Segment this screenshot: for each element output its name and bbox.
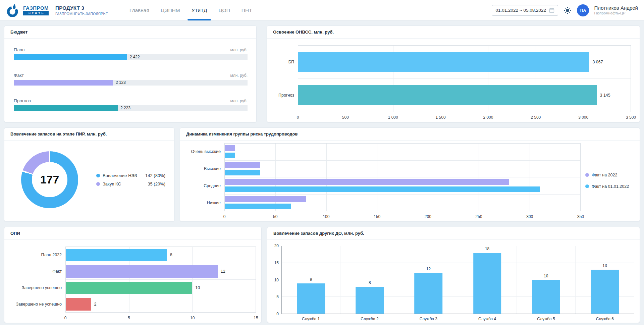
panel-opi-title: ОПИ	[4, 227, 261, 240]
bar	[66, 282, 192, 294]
budget-bar	[14, 80, 113, 86]
chart-band: 2	[66, 296, 256, 312]
bar	[532, 280, 560, 314]
budget-unit-label: млн. руб.	[230, 73, 248, 78]
dashboard-row-3: ОПИ План 2022ФактЗавершено успешноЗаверш…	[4, 227, 640, 323]
budget-bar-track: 2 422	[14, 54, 248, 60]
user-avatar[interactable]: ПА	[577, 4, 589, 16]
axis-tick-label: 15	[274, 261, 279, 265]
x-axis: 051015	[65, 313, 256, 323]
chart-main: 9812181013Служба 1Служба 2Служба 3Служба…	[281, 246, 634, 323]
y-axis-labels: 05101520	[271, 246, 281, 314]
dashboard-row-2: Вовлечение запасов на этапе ПИР, млн. ру…	[4, 127, 640, 222]
axis-tick-label: 350	[577, 214, 584, 219]
panel-pir-title: Вовлечение запасов на этапе ПИР, млн. ру…	[4, 128, 174, 141]
bar	[66, 265, 218, 278]
axis-tick-label: 3 500	[626, 115, 636, 120]
user-info[interactable]: Плотников Андрей Газпромнефть-ЦР	[594, 5, 638, 15]
chart-band: 9	[282, 246, 340, 314]
legend-item: Вовлечение НЭЗ142 (80%)	[96, 173, 165, 178]
category-label: Прогноз	[267, 79, 298, 112]
legend-item: Факт на 01.01.2022	[585, 184, 636, 189]
bar	[591, 270, 619, 314]
axis-tick-label: 15	[254, 316, 258, 320]
bar-value-label: 2	[94, 302, 96, 307]
bar	[66, 249, 167, 261]
theme-toggle[interactable]	[563, 6, 572, 15]
budget-bar	[14, 105, 118, 111]
nav-item-pnt[interactable]: ПНТ	[241, 0, 252, 20]
nav-item-glavnaya[interactable]: Главная	[129, 0, 149, 20]
risk-chart: Очень высокиеВысокиеСредниеНизкие0501001…	[180, 141, 640, 221]
date-range-picker[interactable]: 01.01.2022 ~ 05.08.2022	[492, 5, 558, 16]
budget-row-label: Прогноз	[14, 98, 31, 103]
legend-dot-icon	[585, 184, 589, 188]
category-label: Высокие	[180, 160, 224, 177]
panel-pir: Вовлечение запасов на этапе ПИР, млн. ру…	[4, 127, 174, 222]
category-label: Завершено успешно	[4, 280, 65, 296]
budget-bar	[14, 54, 127, 60]
donut-total-value: 177	[40, 173, 59, 186]
plot-area: 9812181013	[281, 246, 634, 314]
chart-main: 812102051015	[65, 247, 256, 323]
chart-band: 12	[66, 263, 256, 280]
gazprom-logo[interactable]: ГАЗПРОМ НЕФТЬ	[6, 3, 49, 18]
chart-band	[225, 177, 580, 195]
chart-band: 8	[340, 246, 399, 314]
legend-item: Закуп КС35 (20%)	[96, 181, 165, 186]
axis-tick-label: 0	[64, 316, 67, 320]
dashboard-row-1: Бюджет Планмлн. руб.2 422Фактмлн. руб.2 …	[4, 25, 640, 122]
chart-legend: Вовлечение НЭЗ142 (80%)Закуп КС35 (20%)	[96, 173, 165, 186]
y-axis: 05101520	[271, 246, 281, 323]
bar-line: 2	[66, 298, 256, 311]
brand-name: ГАЗПРОМ	[23, 5, 49, 11]
panel-do-title: Вовлечение запасов других ДО, млн. руб.	[267, 227, 640, 240]
axis-tick-label: 2 500	[531, 115, 541, 120]
main-nav: Главная ЦЭПНМ УТиТД ЦОП ПНТ	[129, 0, 252, 20]
category-label: Служба 4	[458, 314, 517, 323]
panel-budget-title: Бюджет	[4, 26, 256, 39]
bar-value-label: 3 145	[600, 93, 610, 98]
bar-line: 3 067	[298, 52, 631, 72]
bar-value-label: 13	[602, 263, 607, 268]
bar	[225, 196, 306, 202]
donut-ring: 177	[21, 151, 78, 208]
chart-band: 13	[576, 246, 634, 314]
budget-bar-track: 2 223	[14, 105, 248, 111]
bar-line: 8	[66, 249, 256, 261]
opi-chart: План 2022ФактЗавершено успешноЗавершено …	[4, 240, 261, 323]
panel-do: Вовлечение запасов других ДО, млн. руб. …	[267, 227, 640, 323]
category-label: План 2022	[4, 247, 65, 263]
nav-item-utitd[interactable]: УТиТД	[192, 0, 207, 20]
chart-band	[225, 161, 580, 178]
panel-onvss: Освоение ОНВСС, млн. руб. БППрогноз3 067…	[267, 25, 640, 122]
panel-opi: ОПИ План 2022ФактЗавершено успешноЗаверш…	[4, 227, 262, 323]
axis-tick-label: 10	[190, 316, 195, 320]
category-labels: План 2022ФактЗавершено успешноЗавершено …	[4, 247, 65, 323]
budget-chart: Планмлн. руб.2 422Фактмлн. руб.2 123Прог…	[4, 39, 256, 122]
category-label: Очень высокие	[180, 143, 224, 160]
chart-band: 3 067	[298, 46, 631, 79]
category-label: Средние	[180, 177, 224, 195]
x-axis: 05001 0001 5002 0002 5003 0003 500	[298, 112, 631, 122]
legend-item: Факт на 2022	[585, 173, 636, 177]
axis-tick-label: 300	[526, 214, 533, 219]
legend-dot-icon	[585, 173, 589, 177]
chart-band: 8	[66, 247, 256, 263]
bar	[225, 179, 509, 185]
category-label: Низкие	[180, 194, 224, 211]
bar	[225, 186, 540, 192]
nav-item-cepnm[interactable]: ЦЭПНМ	[161, 0, 180, 20]
gazprom-emblem-icon	[6, 3, 21, 18]
panel-budget: Бюджет Планмлн. руб.2 422Фактмлн. руб.2 …	[4, 25, 257, 122]
nav-item-cop[interactable]: ЦОП	[218, 0, 230, 20]
budget-bar-value: 2 223	[120, 105, 130, 111]
bar	[225, 145, 235, 151]
axis-tick-label: 3 000	[578, 115, 588, 120]
bar-line: 10	[66, 282, 256, 294]
chart-main: 050100150200250300350	[224, 143, 581, 221]
chart-band: 10	[66, 280, 256, 296]
donut-hole: 177	[32, 162, 67, 197]
category-label: Завершено не успешно	[4, 296, 65, 313]
chart-band: 10	[517, 246, 576, 314]
